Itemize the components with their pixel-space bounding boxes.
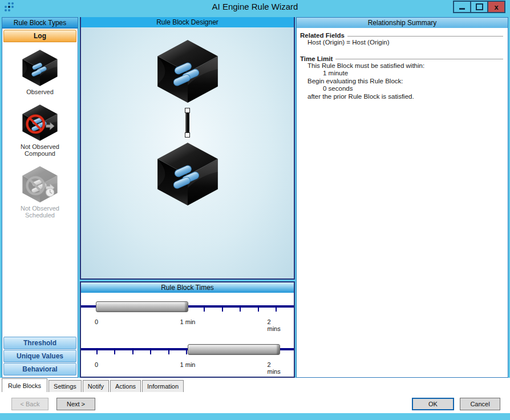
times-body: 0 1 min 2 mins 0 1 min 2 mins [81,293,294,377]
rule-block-type-list: Observed Not Observed Compound Not Obser… [2,43,78,336]
type-not-observed-scheduled-label: Not Observed Scheduled [15,205,64,219]
tab-settings[interactable]: Settings [48,380,82,392]
threshold-category-button[interactable]: Threshold [3,337,76,349]
rule-block-designer-header: Rule Block Designer [81,17,294,27]
not-observed-compound-icon [18,104,62,142]
time-slider-1: 0 1 min 2 mins [81,300,294,336]
time-limit-value: 1 minute [300,70,503,78]
not-observed-scheduled-icon [18,165,62,203]
ok-button[interactable]: OK [412,398,454,410]
time-slider-2: 0 1 min 2 mins [81,343,294,378]
connector-handle-bottom[interactable] [185,132,190,138]
type-observed[interactable]: Observed [15,49,64,96]
close-button[interactable]: x [487,1,505,13]
tick-label-2mins: 2 mins [268,361,285,375]
rule-block-types-panel: Rule Block Types Log Observed Not Observ… [2,17,78,378]
time-range-handle-2[interactable] [188,344,280,355]
minimize-icon [459,8,465,10]
section-rule-line [335,59,503,59]
rule-block-times-panel: Rule Block Times 0 1 min 2 mins 0 1 min … [80,281,295,378]
type-not-observed-scheduled: Not Observed Scheduled [15,165,64,219]
tick-label-1min: 1 min [180,318,196,325]
related-fields-title-text: Related Fields [300,32,345,39]
wizard-tabbar: Rule Blocks Settings Notify Actions Info… [2,378,185,392]
unique-values-category-button[interactable]: Unique Values [3,350,76,362]
back-button: < Back [11,398,48,410]
titlebar: AI Engine Rule Wizard x [0,0,510,15]
rule-block-times-header: Rule Block Times [81,282,294,293]
type-not-observed-compound-label: Not Observed Compound [15,143,64,158]
connector-handle-top[interactable] [185,108,190,113]
designer-canvas[interactable] [81,27,294,278]
footer-area: Rule Blocks Settings Notify Actions Info… [0,378,510,413]
window-title: AI Engine Rule Wizard [0,2,510,11]
time-limit-section-title: Time Limit [300,55,503,62]
rule-block-cube-1[interactable] [153,39,222,104]
section-rule-line [347,36,503,37]
type-not-observed-compound[interactable]: Not Observed Compound [15,104,64,158]
relationship-summary-header: Relationship Summary [297,18,508,28]
ai-engine-rule-wizard-window: AI Engine Rule Wizard x Rule Block Types… [0,0,510,420]
tick-label-2mins: 2 mins [268,318,285,332]
tick-label-1min: 1 min [180,361,196,368]
block-link-connector[interactable] [185,108,190,138]
tick-label-0: 0 [95,318,98,325]
time-limit-line: Begin evaluating this Rule Block: [300,78,503,86]
tick-label-0: 0 [95,361,98,368]
log-category-button[interactable]: Log [3,30,76,42]
time-limit-title-text: Time Limit [300,55,333,62]
connector-bar [185,113,189,132]
minimize-button[interactable] [453,1,471,13]
time-limit-line: after the prior Rule Block is satisfied. [300,93,503,101]
tab-rule-blocks[interactable]: Rule Blocks [2,378,47,392]
next-button[interactable]: Next > [56,398,95,410]
related-fields-value: Host (Origin) = Host (Origin) [300,39,503,47]
related-fields-section-title: Related Fields [300,32,503,39]
category-buttons: Threshold Unique Values Behavioral [2,336,78,376]
close-icon: x [494,3,498,11]
rule-block-types-header: Rule Block Types [2,18,78,29]
time-limit-value: 0 seconds [300,85,503,93]
maximize-icon [476,3,483,10]
relationship-summary-panel: Relationship Summary Related Fields Host… [296,17,508,378]
time-limit-line: This Rule Block must be satisfied within… [300,62,503,70]
cancel-button[interactable]: Cancel [460,398,500,410]
rule-block-cube-2[interactable] [153,142,222,207]
time-range-handle-1[interactable] [96,301,188,312]
maximize-button[interactable] [470,1,488,13]
observed-cube-icon [18,49,62,87]
rule-block-designer-panel: Rule Block Designer [80,17,295,280]
type-observed-label: Observed [15,88,64,96]
tab-actions[interactable]: Actions [110,380,141,392]
tab-information[interactable]: Information [142,380,184,392]
tab-notify[interactable]: Notify [83,380,109,392]
behavioral-category-button[interactable]: Behavioral [3,363,76,375]
